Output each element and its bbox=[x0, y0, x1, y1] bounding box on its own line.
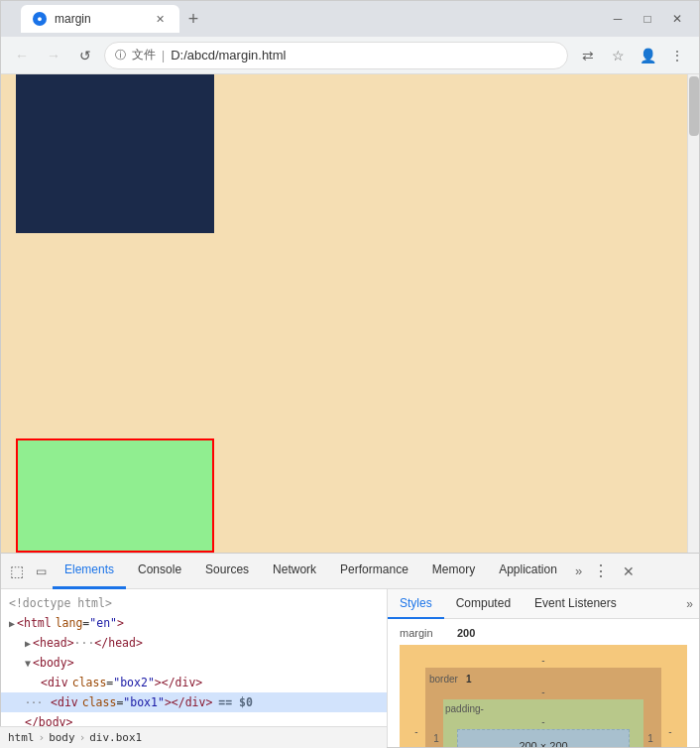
window-controls: ─ □ ✕ bbox=[604, 5, 691, 33]
code-line-body-open[interactable]: ▼ <body> bbox=[1, 653, 387, 673]
code-line-html[interactable]: ▶ <html lang = "en" > bbox=[1, 613, 387, 633]
margin-header: margin 200 bbox=[400, 627, 687, 639]
code-line-box2[interactable]: <div class = "box2" ></div> bbox=[1, 673, 387, 692]
tab-computed[interactable]: Computed bbox=[444, 589, 523, 619]
inspect-icon[interactable]: ⬚ bbox=[5, 560, 29, 583]
address-input-wrap[interactable]: ⓘ 文件 | D:/abcd/margin.html bbox=[104, 42, 568, 69]
padding-right: - bbox=[630, 729, 642, 747]
tab-elements[interactable]: Elements bbox=[53, 554, 126, 589]
tab-memory[interactable]: Memory bbox=[420, 554, 487, 589]
tab-application[interactable]: Application bbox=[487, 554, 569, 589]
code-line-box1[interactable]: ··· <div class = "box1" ></div> == $0 bbox=[1, 692, 387, 712]
border-value: 1 bbox=[466, 674, 472, 685]
address-bar: ← → ↺ ⓘ 文件 | D:/abcd/margin.html ⇄ ☆ 👤 ⋮ bbox=[1, 37, 699, 74]
breadcrumb-div[interactable]: div.box1 bbox=[89, 731, 142, 744]
margin-left: - bbox=[408, 668, 425, 747]
breadcrumb-sep-1: › bbox=[39, 731, 46, 744]
new-tab-button[interactable]: + bbox=[179, 5, 207, 33]
info-icon: ⓘ bbox=[115, 48, 126, 62]
title-bar: ● margin ✕ + ─ □ ✕ bbox=[1, 1, 699, 37]
tab-performance[interactable]: Performance bbox=[328, 554, 420, 589]
device-icon[interactable]: ▭ bbox=[29, 560, 53, 583]
breadcrumb-html[interactable]: html bbox=[8, 731, 35, 744]
tab-title: margin bbox=[55, 12, 91, 26]
reload-button[interactable]: ↺ bbox=[72, 43, 98, 68]
padding-left: - bbox=[445, 729, 457, 747]
devtools-options-button[interactable]: ⋮ bbox=[588, 559, 614, 584]
more-tabs-button[interactable]: » bbox=[569, 554, 588, 589]
active-tab[interactable]: ● margin ✕ bbox=[21, 5, 179, 33]
border-right: 1 bbox=[643, 699, 657, 747]
url-prefix: 文件 bbox=[132, 47, 156, 63]
url-separator: | bbox=[162, 49, 165, 62]
styles-more-button[interactable]: » bbox=[680, 589, 699, 619]
html-tree-inner: <!doctype html> ▶ <html lang = "en" > bbox=[1, 589, 387, 747]
border-box: border 1 - 1 bbox=[425, 668, 661, 747]
padding-box: padding- - - 200 × 200 bbox=[443, 699, 643, 747]
devtools-close-button[interactable]: ✕ bbox=[616, 559, 642, 584]
devtools-panel: ⬚ ▭ Elements Console Sources Network Per… bbox=[1, 553, 699, 747]
box1-element bbox=[16, 74, 214, 233]
tab-styles[interactable]: Styles bbox=[388, 589, 444, 619]
minimize-button[interactable]: ─ bbox=[604, 5, 632, 33]
devtools-tabs: ⬚ ▭ Elements Console Sources Network Per… bbox=[1, 554, 699, 589]
tab-sources[interactable]: Sources bbox=[193, 554, 261, 589]
border-label: border bbox=[429, 674, 458, 685]
account-button[interactable]: 👤 bbox=[634, 42, 661, 69]
bookmark-button[interactable]: ☆ bbox=[604, 42, 632, 69]
margin-label: margin bbox=[400, 627, 449, 639]
code-line-doctype: <!doctype html> bbox=[1, 593, 387, 613]
margin-right: - bbox=[661, 668, 679, 747]
border-top: - bbox=[429, 686, 657, 697]
tab-network[interactable]: Network bbox=[261, 554, 328, 589]
padding-sides: - 200 × 200 - bbox=[445, 729, 642, 747]
code-line-head[interactable]: ▶ <head> ··· </head> bbox=[1, 633, 387, 653]
close-button[interactable]: ✕ bbox=[663, 5, 691, 33]
devtools-body: <!doctype html> ▶ <html lang = "en" > bbox=[1, 589, 699, 747]
menu-button[interactable]: ⋮ bbox=[663, 42, 691, 69]
box2-element bbox=[16, 438, 214, 553]
padding-top: - bbox=[445, 716, 642, 727]
scrollbar[interactable] bbox=[687, 74, 699, 553]
breadcrumb-bar: html › body › div.box1 bbox=[1, 726, 387, 747]
tab-console[interactable]: Console bbox=[126, 554, 193, 589]
url-text: D:/abcd/margin.html bbox=[171, 48, 286, 62]
breadcrumb-body[interactable]: body bbox=[49, 731, 75, 744]
styles-panel: Styles Computed Event Listeners » margin bbox=[388, 589, 699, 747]
box-model-area: margin 200 - - bbox=[388, 619, 699, 747]
styles-tabs: Styles Computed Event Listeners » bbox=[388, 589, 699, 619]
tab-close-button[interactable]: ✕ bbox=[152, 11, 168, 27]
translate-button[interactable]: ⇄ bbox=[574, 42, 602, 69]
breadcrumb-sep-2: › bbox=[79, 731, 86, 744]
scrollbar-thumb[interactable] bbox=[689, 76, 699, 136]
margin-value: 200 bbox=[457, 627, 475, 639]
padding-label: padding- bbox=[445, 703, 642, 714]
tab-bar: ● margin ✕ + bbox=[21, 5, 596, 33]
forward-button[interactable]: → bbox=[41, 43, 66, 68]
address-actions: ⇄ ☆ 👤 ⋮ bbox=[574, 42, 691, 69]
tab-favicon: ● bbox=[33, 12, 47, 26]
page-content bbox=[1, 74, 699, 553]
content-box: 200 × 200 bbox=[457, 729, 630, 747]
border-sides: 1 padding- - - bbox=[429, 699, 657, 747]
margin-top: - bbox=[408, 655, 679, 666]
margin-sides: - border 1 - bbox=[408, 668, 679, 747]
back-button[interactable]: ← bbox=[9, 43, 35, 68]
browser-window: ● margin ✕ + ─ □ ✕ ← → ↺ ⓘ 文件 | D:/abcd/… bbox=[0, 0, 700, 748]
box-model-diagram: - - border 1 - bbox=[400, 645, 687, 747]
html-tree: <!doctype html> ▶ <html lang = "en" > bbox=[1, 589, 388, 747]
border-header: border 1 bbox=[429, 674, 657, 685]
border-left: 1 bbox=[429, 699, 443, 747]
tab-event-listeners[interactable]: Event Listeners bbox=[523, 589, 629, 619]
maximize-button[interactable]: □ bbox=[634, 5, 661, 33]
